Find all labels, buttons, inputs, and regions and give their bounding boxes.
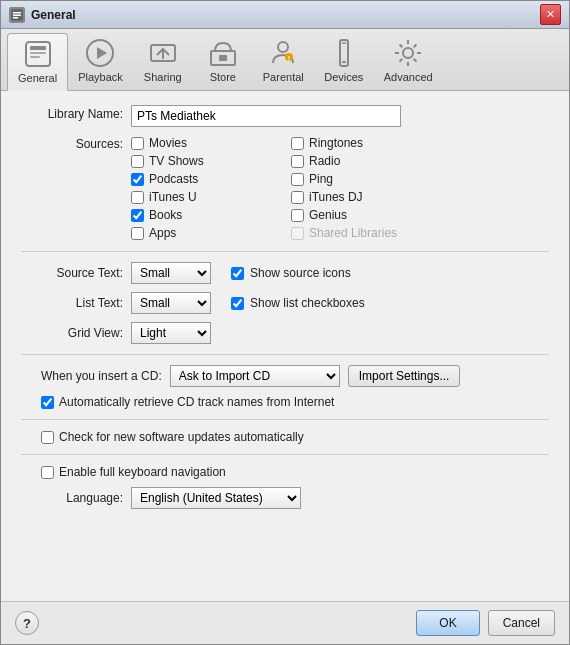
tv-shows-checkbox[interactable] <box>131 155 144 168</box>
list-text-row: List Text: Small Large Show list checkbo… <box>21 292 549 314</box>
shared-libraries-checkbox[interactable] <box>291 227 304 240</box>
store-icon <box>207 37 239 69</box>
radio-checkbox[interactable] <box>291 155 304 168</box>
show-list-checkboxes-checkbox[interactable] <box>231 297 244 310</box>
tab-playback[interactable]: Playback <box>68 33 133 90</box>
itunes-u-label[interactable]: iTunes U <box>149 190 197 204</box>
tab-devices[interactable]: Devices <box>314 33 374 90</box>
divider-4 <box>21 454 549 455</box>
ping-checkbox[interactable] <box>291 173 304 186</box>
radio-label[interactable]: Radio <box>309 154 340 168</box>
apps-label[interactable]: Apps <box>149 226 176 240</box>
toolbar: General Playback Sharing <box>1 29 569 91</box>
books-label[interactable]: Books <box>149 208 182 222</box>
check-updates-checkbox[interactable] <box>41 431 54 444</box>
svg-rect-6 <box>30 52 46 54</box>
devices-icon <box>328 37 360 69</box>
language-label: Language: <box>21 491 131 505</box>
full-keyboard-checkbox[interactable] <box>41 466 54 479</box>
itunes-dj-label[interactable]: iTunes DJ <box>309 190 363 204</box>
tab-sharing-label: Sharing <box>144 71 182 83</box>
svg-line-27 <box>414 45 417 48</box>
svg-rect-18 <box>342 61 346 63</box>
svg-line-25 <box>400 45 403 48</box>
window: General ✕ General P <box>0 0 570 645</box>
tab-playback-label: Playback <box>78 71 123 83</box>
cd-label: When you insert a CD: <box>41 369 162 383</box>
auto-retrieve-label[interactable]: Automatically retrieve CD track names fr… <box>59 395 334 409</box>
source-itunes-dj: iTunes DJ <box>291 189 441 205</box>
cancel-button[interactable]: Cancel <box>488 610 555 636</box>
tab-general[interactable]: General <box>7 33 68 91</box>
svg-rect-3 <box>13 17 18 19</box>
list-text-select[interactable]: Small Large <box>131 292 211 314</box>
import-settings-button[interactable]: Import Settings... <box>348 365 461 387</box>
grid-view-select[interactable]: Light Dark <box>131 322 211 344</box>
movies-label[interactable]: Movies <box>149 136 187 150</box>
show-source-icons-checkbox[interactable] <box>231 267 244 280</box>
svg-rect-13 <box>219 55 227 61</box>
tab-store[interactable]: Store <box>193 33 253 90</box>
podcasts-checkbox[interactable] <box>131 173 144 186</box>
source-text-select[interactable]: Small Large <box>131 262 211 284</box>
source-itunes-u: iTunes U <box>131 189 281 205</box>
shared-libraries-label[interactable]: Shared Libraries <box>309 226 397 240</box>
tab-parental[interactable]: ! Parental <box>253 33 314 90</box>
window-icon <box>9 7 25 23</box>
content-area: Library Name: Sources: Movies Ringtones … <box>1 91 569 601</box>
itunes-u-checkbox[interactable] <box>131 191 144 204</box>
source-movies: Movies <box>131 135 281 151</box>
genius-label[interactable]: Genius <box>309 208 347 222</box>
auto-retrieve-row: Automatically retrieve CD track names fr… <box>21 395 549 409</box>
movies-checkbox[interactable] <box>131 137 144 150</box>
ping-label[interactable]: Ping <box>309 172 333 186</box>
sources-label: Sources: <box>21 135 131 151</box>
source-tv-shows: TV Shows <box>131 153 281 169</box>
source-podcasts: Podcasts <box>131 171 281 187</box>
show-list-checkboxes-label[interactable]: Show list checkboxes <box>250 296 365 310</box>
svg-line-28 <box>400 59 403 62</box>
apps-checkbox[interactable] <box>131 227 144 240</box>
cd-section: When you insert a CD: Ask to Import CD I… <box>21 365 549 387</box>
playback-icon <box>84 37 116 69</box>
svg-rect-2 <box>13 14 21 16</box>
source-genius: Genius <box>291 207 441 223</box>
divider-1 <box>21 251 549 252</box>
library-name-row: Library Name: <box>21 105 549 127</box>
sources-section: Sources: Movies Ringtones TV Shows Ra <box>21 135 549 241</box>
full-keyboard-label[interactable]: Enable full keyboard navigation <box>59 465 226 479</box>
itunes-dj-checkbox[interactable] <box>291 191 304 204</box>
podcasts-label[interactable]: Podcasts <box>149 172 198 186</box>
advanced-icon <box>392 37 424 69</box>
ringtones-checkbox[interactable] <box>291 137 304 150</box>
sources-grid: Movies Ringtones TV Shows Radio Podcasts <box>131 135 441 241</box>
genius-checkbox[interactable] <box>291 209 304 222</box>
parental-icon: ! <box>267 37 299 69</box>
help-button[interactable]: ? <box>15 611 39 635</box>
source-shared-libraries: Shared Libraries <box>291 225 441 241</box>
svg-rect-5 <box>30 46 46 50</box>
tab-sharing[interactable]: Sharing <box>133 33 193 90</box>
library-name-input[interactable] <box>131 105 401 127</box>
svg-line-26 <box>414 59 417 62</box>
cd-select[interactable]: Ask to Import CD Import CD Import CD and… <box>170 365 340 387</box>
tv-shows-label[interactable]: TV Shows <box>149 154 204 168</box>
close-button[interactable]: ✕ <box>540 4 561 25</box>
check-updates-label[interactable]: Check for new software updates automatic… <box>59 430 304 444</box>
show-source-icons-label[interactable]: Show source icons <box>250 266 351 280</box>
grid-view-label: Grid View: <box>21 326 131 340</box>
svg-point-14 <box>278 42 288 52</box>
books-checkbox[interactable] <box>131 209 144 222</box>
auto-retrieve-checkbox[interactable] <box>41 396 54 409</box>
ringtones-label[interactable]: Ringtones <box>309 136 363 150</box>
svg-point-20 <box>403 48 413 58</box>
tab-parental-label: Parental <box>263 71 304 83</box>
source-radio: Radio <box>291 153 441 169</box>
tab-devices-label: Devices <box>324 71 363 83</box>
ok-button[interactable]: OK <box>416 610 479 636</box>
language-select[interactable]: English (United States) Deutsch Français… <box>131 487 301 509</box>
language-row: Language: English (United States) Deutsc… <box>21 487 549 509</box>
svg-rect-1 <box>13 12 21 14</box>
tab-advanced[interactable]: Advanced <box>374 33 443 90</box>
tab-store-label: Store <box>210 71 236 83</box>
